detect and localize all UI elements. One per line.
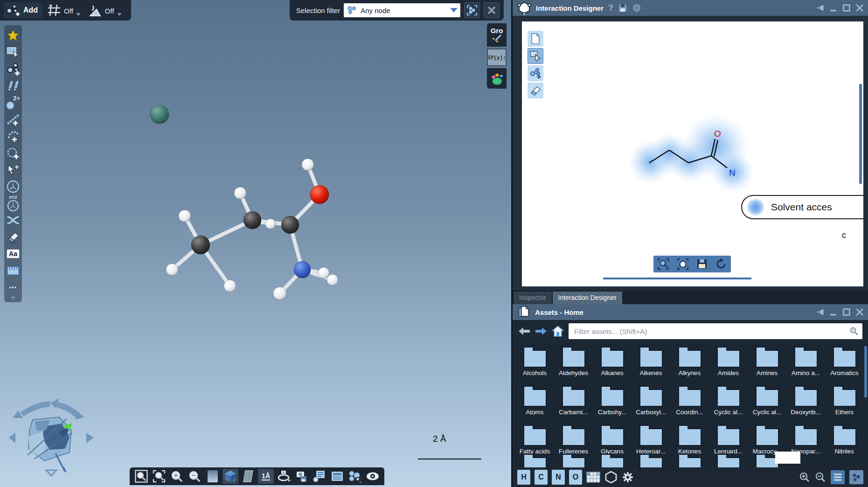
- add-curved-chain-tool-button[interactable]: [5, 128, 21, 145]
- dropdown-arrow-icon[interactable]: [450, 8, 458, 13]
- nitrogen-atom[interactable]: [294, 261, 311, 278]
- pin-icon[interactable]: [817, 4, 824, 12]
- element-button-h[interactable]: H: [517, 470, 530, 485]
- ring-button[interactable]: [604, 471, 618, 484]
- folder-icon[interactable]: [523, 457, 547, 467]
- save-sketch-button[interactable]: [696, 258, 708, 270]
- minimize-icon[interactable]: [830, 308, 837, 316]
- assets-vertical-scrollbar[interactable]: [864, 346, 867, 397]
- add-bond-tool-button[interactable]: [5, 77, 21, 94]
- oxygen-atom[interactable]: [310, 185, 329, 204]
- add-button[interactable]: Add: [4, 2, 42, 18]
- zoom-out-button[interactable]: [187, 469, 202, 484]
- ion-atom[interactable]: [150, 105, 169, 124]
- folder-item[interactable]: Aldehydes: [554, 346, 593, 382]
- assets-grid[interactable]: AlcoholsAldehydesAlkanesAlkenesAlkynesAm…: [513, 342, 868, 467]
- snap-angle-toggle[interactable]: Off: [85, 2, 125, 19]
- favorites-button[interactable]: [5, 27, 21, 44]
- maximize-icon[interactable]: [843, 4, 850, 12]
- element-button-o[interactable]: O: [569, 470, 582, 485]
- tab-interaction-designer[interactable]: Interaction Designer: [553, 292, 622, 304]
- folder-item[interactable]: Amines: [748, 346, 786, 382]
- hydrogen-atom[interactable]: [234, 187, 246, 199]
- canvas-vertical-scrollbar[interactable]: [859, 84, 862, 184]
- add-ring-tool-button[interactable]: [5, 145, 21, 161]
- hydrogen-atom[interactable]: [179, 210, 191, 222]
- scale-bar-toggle-button[interactable]: 1Å: [258, 469, 274, 484]
- hydrogen-atom[interactable]: [224, 280, 236, 292]
- select-tool-button[interactable]: [5, 44, 21, 61]
- folder-icon[interactable]: [601, 457, 624, 467]
- tab-inspector[interactable]: Inspector: [514, 292, 552, 304]
- folder-item[interactable]: Alkanes: [593, 346, 632, 382]
- hydrogen-atom[interactable]: [273, 287, 286, 300]
- folder-item[interactable]: Deoxyrib...: [786, 385, 825, 421]
- clear-selection-button[interactable]: [484, 2, 500, 18]
- folder-item[interactable]: Carboxyl...: [632, 385, 670, 421]
- carbon-atom[interactable]: [191, 236, 210, 254]
- sketch-canvas[interactable]: O N Solvent acces c: [522, 21, 863, 286]
- add-chain-tool-button[interactable]: [5, 111, 21, 128]
- visibility-button[interactable]: [365, 469, 381, 484]
- grow-button[interactable]: Gro: [487, 23, 507, 47]
- grid-plane-toggle-button[interactable]: [240, 469, 256, 484]
- navigation-gizmo[interactable]: [7, 397, 96, 484]
- folder-icon[interactable]: [717, 457, 740, 467]
- close-icon[interactable]: [856, 308, 863, 316]
- snapshot-button[interactable]: [311, 469, 327, 484]
- ipython-console-button[interactable]: IP[y]:: [487, 49, 507, 66]
- reset-view-button[interactable]: [715, 258, 727, 270]
- eraser-tool-button[interactable]: [5, 229, 21, 245]
- zoom-fit-button[interactable]: [657, 258, 669, 270]
- element-button-c[interactable]: C: [535, 470, 548, 485]
- move-atoms-tool-button[interactable]: [5, 161, 21, 178]
- selection-filter-dropdown[interactable]: Any node: [344, 3, 460, 17]
- twister-tool-button[interactable]: [5, 178, 21, 195]
- icon-view-button[interactable]: [849, 470, 863, 484]
- zoom-in-button[interactable]: [169, 469, 185, 484]
- rename-input-box[interactable]: [775, 452, 800, 464]
- add-molecule-tool-button[interactable]: [5, 61, 21, 77]
- map-widget-button[interactable]: [487, 68, 507, 89]
- gear-button[interactable]: [622, 471, 634, 483]
- helix-tool-button[interactable]: [5, 212, 21, 229]
- folder-item[interactable]: Atoms: [515, 385, 554, 421]
- folder-item[interactable]: Carbami...: [554, 385, 593, 421]
- folder-item[interactable]: Ethers: [825, 385, 864, 421]
- zoom-to-selection-button[interactable]: [151, 469, 167, 484]
- element-button-n[interactable]: N: [552, 470, 565, 485]
- folder-item[interactable]: Amino a...: [786, 346, 825, 382]
- xyz-gizmo-tool-button[interactable]: XYZ: [5, 195, 21, 212]
- orbit-camera-button[interactable]: [276, 469, 292, 484]
- hydrogen-atom[interactable]: [327, 274, 338, 285]
- zoom-in-assets-button[interactable]: [799, 472, 810, 483]
- canvas-horizontal-scrollbar[interactable]: [603, 278, 751, 279]
- folder-item[interactable]: Alkenes: [632, 346, 670, 382]
- select-filtered-button[interactable]: [464, 2, 480, 18]
- selection-visibility-button[interactable]: [347, 469, 363, 484]
- 3d-viewport[interactable]: Add Off Off: [0, 0, 511, 487]
- folder-icon[interactable]: [562, 457, 585, 467]
- folder-icon[interactable]: [678, 457, 701, 467]
- save-camera-button[interactable]: [293, 469, 309, 484]
- folder-item[interactable]: Cyclic al...: [709, 385, 748, 421]
- background-style-button[interactable]: [205, 469, 221, 484]
- minimize-icon[interactable]: [830, 4, 837, 12]
- zoom-out-assets-button[interactable]: [815, 472, 826, 483]
- folder-item[interactable]: Carbohy...: [593, 385, 632, 421]
- periodic-table-button[interactable]: H: [586, 471, 600, 483]
- folder-icon[interactable]: [639, 457, 663, 467]
- strip-expand-arrow-icon[interactable]: [11, 297, 15, 299]
- filter-assets-input[interactable]: [569, 323, 862, 339]
- presentation-button[interactable]: [329, 469, 345, 484]
- close-icon[interactable]: [856, 4, 863, 12]
- folder-item[interactable]: Alkynes: [670, 346, 709, 382]
- chevron-down-icon[interactable]: [117, 13, 122, 16]
- view-cube-toggle-button[interactable]: [222, 469, 238, 484]
- folder-item[interactable]: Coordin...: [670, 385, 709, 421]
- folder-item[interactable]: Aromatics: [825, 346, 864, 382]
- zoom-region-button[interactable]: [133, 469, 149, 484]
- folder-item[interactable]: Cyclic al...: [748, 385, 786, 421]
- forward-button[interactable]: [535, 327, 547, 336]
- carbon-atom[interactable]: [243, 211, 261, 229]
